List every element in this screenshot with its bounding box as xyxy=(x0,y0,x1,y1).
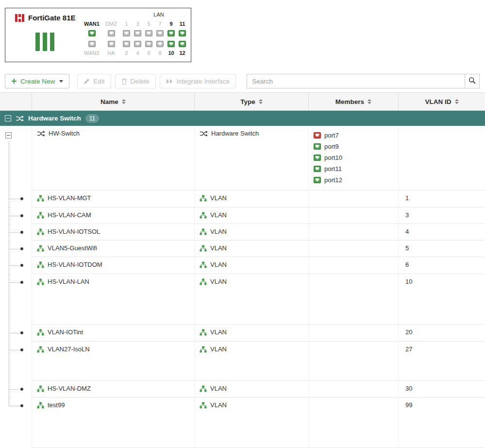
port-column: 1112 xyxy=(177,20,188,57)
tree-connector xyxy=(9,216,20,216)
header-members[interactable]: Members xyxy=(308,93,398,110)
type-cell: VLAN xyxy=(194,241,308,257)
vlan-icon xyxy=(37,385,44,392)
interfaces-page: FortiGate 81E LAN WAN1WAN2DMZHA123456789… xyxy=(0,0,485,448)
table-body: HW-SwitchHardware Switchport7port9port10… xyxy=(0,126,485,448)
members-cell xyxy=(308,190,398,207)
tree-bullet xyxy=(20,264,23,267)
tree-bullet xyxy=(20,388,23,391)
header-name[interactable]: Name xyxy=(32,93,194,110)
table-row[interactable]: HS-VLAN-LANVLAN10 xyxy=(0,274,485,325)
table-row[interactable]: HW-SwitchHardware Switchport7port9port10… xyxy=(0,126,485,190)
name-cell: VLAN27-IsoLN xyxy=(32,342,194,381)
table-row[interactable]: HS-VLAN-IOTSOLVLAN4 xyxy=(0,224,485,241)
port-status-icon xyxy=(314,177,321,183)
members-cell xyxy=(308,224,398,241)
member-name: port7 xyxy=(324,132,339,139)
create-new-button[interactable]: Create New xyxy=(5,74,69,88)
tree-bullet xyxy=(20,404,23,407)
name-cell: VLAN5-GuestWifi xyxy=(32,241,194,257)
edit-button[interactable]: Edit xyxy=(77,74,111,88)
table-row[interactable]: test99VLAN99 xyxy=(0,397,485,448)
table-row[interactable]: HS-VLAN-IOTDOMVLAN6 xyxy=(0,257,485,274)
type-cell: VLAN xyxy=(194,325,308,342)
members-cell: port7port9port10port11port12 xyxy=(308,126,398,190)
vlan-icon xyxy=(37,261,44,268)
table-row[interactable]: VLAN5-GuestWifiVLAN5 xyxy=(0,241,485,257)
interface-name: VLAN5-GuestWifi xyxy=(48,244,97,252)
port-column: 12 xyxy=(121,20,132,57)
ethernet-port-icon xyxy=(145,38,152,49)
vlan-id-cell: 27 xyxy=(398,342,485,381)
type-cell: VLAN xyxy=(194,397,308,448)
port-status-icon xyxy=(314,132,321,138)
type-cell: VLAN xyxy=(194,274,308,325)
delete-label: Delete xyxy=(131,78,150,85)
header-vlan-id[interactable]: VLAN ID xyxy=(398,93,485,110)
port-column: 34 xyxy=(132,20,143,57)
interface-name: HS-VLAN-DMZ xyxy=(48,385,91,392)
vlan-icon xyxy=(200,228,207,235)
integrate-interface-button[interactable]: Integrate Interface xyxy=(160,74,236,88)
port-label: WAN1 xyxy=(84,20,100,28)
interface-type: VLAN xyxy=(210,328,227,336)
vlan-id-cell: 6 xyxy=(398,257,485,274)
tree-cell xyxy=(0,342,32,381)
interface-table: Name Type Members VLAN ID Hardware Switc… xyxy=(0,92,485,448)
tree-connector xyxy=(9,389,20,390)
table-row[interactable]: VLAN-IOTintVLAN20 xyxy=(0,325,485,342)
type-cell: VLAN xyxy=(194,381,308,397)
ethernet-port-icon xyxy=(134,38,141,49)
interface-type: VLAN xyxy=(210,228,227,235)
members-cell xyxy=(308,274,398,325)
search-button[interactable] xyxy=(465,74,480,88)
trash-icon xyxy=(121,78,127,85)
double-arrow-icon xyxy=(166,79,173,84)
vlan-icon xyxy=(200,329,207,336)
table-row[interactable]: VLAN27-IsoLNVLAN27 xyxy=(0,342,485,381)
vlan-icon xyxy=(37,329,44,336)
interface-name: HS-VLAN-IOTSOL xyxy=(48,228,100,235)
interface-type: VLAN xyxy=(210,194,227,202)
delete-button[interactable]: Delete xyxy=(115,74,156,88)
sort-icon xyxy=(368,99,371,104)
tree-connector xyxy=(9,350,20,350)
port-label: 7 xyxy=(158,20,161,28)
table-row[interactable]: HS-VLAN-CAMVLAN3 xyxy=(0,207,485,224)
table-row[interactable]: HS-VLAN-DMZVLAN30 xyxy=(0,381,485,397)
group-header-hardware-switch[interactable]: Hardware Switch 11 xyxy=(0,111,485,126)
member-name: port10 xyxy=(324,154,342,161)
search-icon xyxy=(468,77,476,86)
search-input[interactable] xyxy=(247,74,465,88)
vlan-icon xyxy=(37,346,44,353)
collapse-row-button[interactable] xyxy=(5,132,12,138)
vlan-id-cell: 20 xyxy=(398,325,485,342)
table-row[interactable]: HS-VLAN-MGTVLAN1 xyxy=(0,190,485,207)
port-status-icon xyxy=(314,155,321,161)
search-group xyxy=(247,74,480,88)
interface-name: VLAN27-IsoLN xyxy=(48,345,90,353)
vlan-icon xyxy=(200,212,207,219)
collapse-group-button[interactable] xyxy=(5,115,11,121)
type-cell: VLAN xyxy=(194,342,308,381)
ethernet-port-icon xyxy=(156,28,164,38)
table-header: Name Type Members VLAN ID xyxy=(0,92,485,111)
vlan-icon xyxy=(37,228,44,235)
tree-cell xyxy=(0,241,32,257)
port-label: 5 xyxy=(147,20,150,28)
port-label: WAN2 xyxy=(84,49,99,57)
members-cell xyxy=(308,257,398,274)
name-cell: HW-Switch xyxy=(32,126,194,190)
vlan-id-cell: 1 xyxy=(398,190,485,207)
vlan-icon xyxy=(200,346,207,353)
vlan-id-cell: 4 xyxy=(398,224,485,241)
interface-type: Hardware Switch xyxy=(211,130,259,137)
vlan-icon xyxy=(37,278,44,285)
tree-cell xyxy=(0,190,32,207)
name-cell: test99 xyxy=(32,397,194,448)
port-status-icon xyxy=(314,166,321,172)
tree-connector xyxy=(9,265,20,266)
header-type[interactable]: Type xyxy=(194,93,308,110)
interface-name: HS-VLAN-IOTDOM xyxy=(48,261,102,268)
port-column: 56 xyxy=(143,20,154,57)
